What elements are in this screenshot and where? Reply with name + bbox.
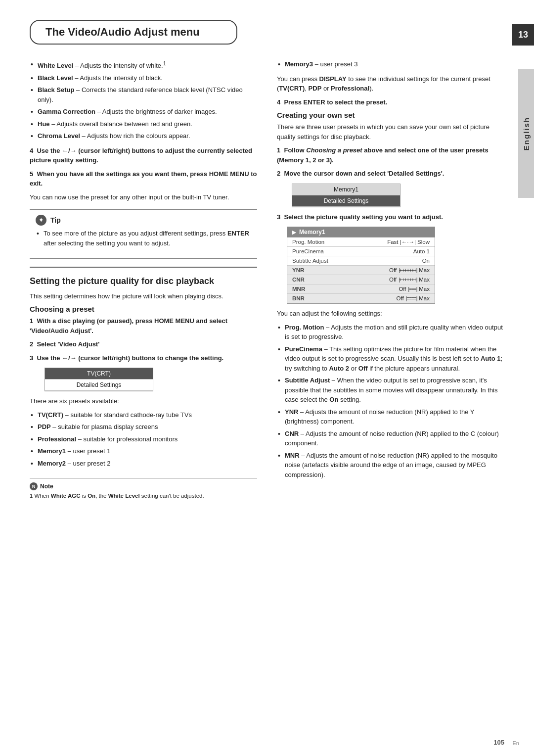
content-area: White Level – Adjusts the intensity of w…	[30, 59, 504, 502]
left-column: White Level – Adjusts the intensity of w…	[30, 59, 257, 502]
memory-panel-title: Memory1	[287, 227, 435, 237]
creating-step2: 2 Move the cursor down and select 'Detai…	[277, 169, 504, 179]
settings-list: Prog. Motion – Adjusts the motion and st…	[277, 323, 504, 480]
panel-row-purecinema: PureCinema Auto 1	[287, 247, 435, 256]
step5-instruction: 5 When you have all the settings as you …	[30, 169, 257, 189]
title-bar: The Video/Audio Adjust menu	[30, 20, 237, 45]
row-label: Subtitle Adjust	[292, 258, 328, 264]
row-label: BNR	[292, 295, 305, 301]
panel-row-subtitle: Subtitle Adjust On	[287, 256, 435, 266]
panel-row-bnr: BNR Off |====| Max	[287, 294, 435, 303]
list-item: Hue – Adjusts overall balance between re…	[30, 119, 257, 129]
list-item: PureCinema – This setting optimizes the …	[277, 344, 504, 374]
choosing-step2: 2 Select 'Video Adjust'	[30, 339, 257, 349]
section-heading: Setting the picture quality for disc pla…	[30, 276, 257, 287]
row-label: PureCinema	[292, 248, 324, 254]
presets-intro: There are six presets available:	[30, 396, 257, 406]
note-title: N Note	[30, 482, 257, 490]
row-value: Off |+++++++| Max	[389, 267, 430, 273]
list-item: Memory2 – user preset 2	[30, 459, 257, 469]
language-label: English	[522, 117, 531, 150]
tip-label: Tip	[50, 216, 61, 224]
bottom-language: En	[513, 740, 519, 746]
creating-step3: 3 Select the picture quality setting you…	[277, 212, 504, 222]
page-container: 13 English The Video/Audio Adjust menu W…	[0, 0, 534, 756]
panel-row-ynr: YNR Off |+++++++| Max	[287, 266, 435, 275]
memory-select-panel: Memory1 Detailed Settings	[292, 184, 400, 207]
note-box: N Note 1 When White AGC is On, the White…	[30, 478, 257, 502]
note-text: 1 When White AGC is On, the White Level …	[30, 492, 257, 500]
row-value: Fast |←·→| Slow	[387, 239, 430, 245]
list-item: White Level – Adjusts the intensity of w…	[30, 59, 257, 71]
list-item: Memory1 – user preset 1	[30, 446, 257, 456]
choosing-heading: Choosing a preset	[30, 305, 257, 313]
tip-list: To see more of the picture as you adjust…	[36, 229, 251, 248]
step4-instruction: 4 Use the ←/→ (cursor left/right) button…	[30, 146, 257, 165]
note-icon: N	[30, 482, 38, 490]
row-label: CNR	[292, 277, 305, 283]
bottom-page-number: 105	[493, 739, 504, 746]
right-step4: 4 Press ENTER to select the preset.	[277, 97, 504, 107]
panel-row-memory1: Memory1	[292, 184, 400, 195]
page-number-badge: 13	[512, 24, 534, 46]
creating-intro: There are three user presets in which yo…	[277, 122, 504, 142]
list-item: MNR – Adjusts the amount of noise reduct…	[277, 451, 504, 480]
list-item: Memory3 – user preset 3	[277, 59, 504, 69]
row-value: Off |+++++++| Max	[389, 277, 430, 283]
panel-row-detailed-settings: Detailed Settings	[292, 195, 400, 207]
list-item: CNR – Adjusts the amount of noise reduct…	[277, 429, 504, 448]
creating-heading: Creating your own set	[277, 111, 504, 119]
note-label: Note	[40, 483, 53, 490]
list-item: Prog. Motion – Adjusts the motion and st…	[277, 323, 504, 342]
choosing-step1: 1 With a disc playing (or paused), press…	[30, 316, 257, 335]
list-item: Professional – suitable for professional…	[30, 434, 257, 444]
page-title: The Video/Audio Adjust menu	[45, 26, 222, 39]
english-sidebar: English	[518, 69, 534, 198]
list-item: Subtitle Adjust – When the video output …	[277, 376, 504, 405]
row-label: YNR	[292, 267, 304, 273]
row-value: On	[422, 258, 430, 264]
panel-row-prog-motion: Prog. Motion Fast |←·→| Slow	[287, 237, 435, 247]
presets-list: TV(CRT) – suitable for standard cathode-…	[30, 410, 257, 469]
section-intro: This setting determines how the picture …	[30, 291, 257, 301]
list-item: Black Setup – Corrects the standard refe…	[30, 85, 257, 104]
creating-step1: 1 Follow Choosing a preset above and sel…	[277, 145, 504, 165]
step5-detail: You can now use the preset for any other…	[30, 192, 257, 202]
tip-box: ✦ Tip To see more of the picture as you …	[30, 209, 257, 259]
list-item: To see more of the picture as you adjust…	[36, 229, 251, 248]
row-label: Prog. Motion	[292, 239, 324, 245]
panel-row-detailed: Detailed Settings	[45, 379, 153, 391]
row-label: MNR	[292, 286, 305, 292]
row-value: Off |===| Max	[399, 286, 430, 292]
display-text: You can press DISPLAY to see the individ…	[277, 74, 504, 94]
page-number: 13	[518, 30, 528, 40]
list-item: TV(CRT) – suitable for standard cathode-…	[30, 410, 257, 420]
section-divider	[30, 267, 257, 268]
list-item: YNR – Adjusts the amount of noise reduct…	[277, 407, 504, 426]
row-value: Auto 1	[413, 248, 430, 254]
list-item: Black Level – Adjusts the intensity of b…	[30, 73, 257, 83]
following-text: You can adjust the following settings:	[277, 309, 504, 319]
panel-row-mnr: MNR Off |===| Max	[287, 284, 435, 294]
top-bullet-list: White Level – Adjusts the intensity of w…	[30, 59, 257, 141]
preset-panel: TV(CRT) Detailed Settings	[44, 368, 153, 391]
tip-title: ✦ Tip	[36, 215, 251, 226]
memory1-settings-panel: Memory1 Prog. Motion Fast |←·→| Slow Pur…	[287, 227, 435, 304]
list-item: Gamma Correction – Adjusts the brightnes…	[30, 107, 257, 117]
panel-row-cnr: CNR Off |+++++++| Max	[287, 275, 435, 284]
memory3-list: Memory3 – user preset 3	[277, 59, 504, 69]
list-item: PDP – suitable for plasma display screen…	[30, 422, 257, 432]
tip-icon: ✦	[36, 215, 46, 226]
row-value: Off |====| Max	[397, 295, 430, 301]
list-item: Chroma Level – Adjusts how rich the colo…	[30, 131, 257, 141]
right-column: Memory3 – user preset 3 You can press DI…	[277, 59, 504, 502]
choosing-step3: 3 Use the ←/→ (cursor left/right) button…	[30, 353, 257, 363]
panel-row-tvcrt: TV(CRT)	[45, 368, 153, 379]
